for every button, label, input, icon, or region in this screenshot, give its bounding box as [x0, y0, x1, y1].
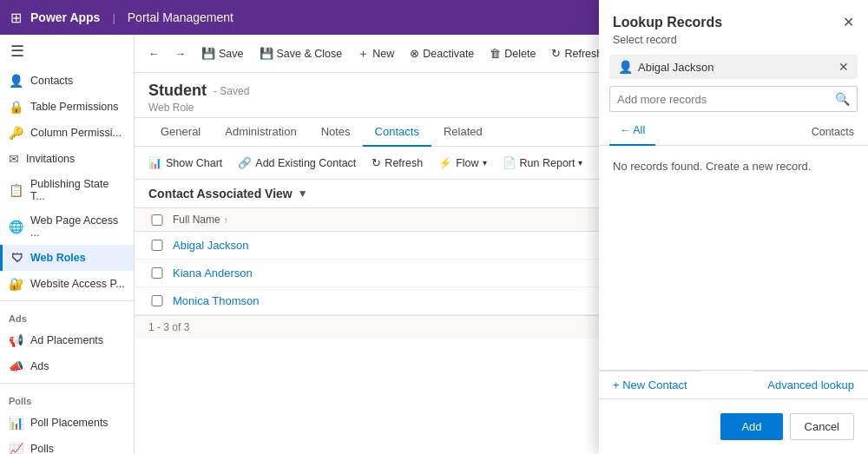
sidebar-label-contacts: Contacts: [30, 75, 73, 87]
web-page-access-icon: 🌐: [9, 220, 23, 234]
new-button[interactable]: ＋ New: [351, 41, 401, 67]
sidebar-item-web-roles[interactable]: 🛡 Web Roles: [0, 245, 134, 271]
sub-refresh-button[interactable]: ↻ Refresh: [365, 151, 430, 174]
form-saved-status: - Saved: [214, 85, 249, 97]
lookup-tabs: ← All Contacts: [599, 119, 868, 146]
sidebar-item-polls[interactable]: 📈 Polls: [0, 436, 134, 454]
ad-placements-icon: 📢: [9, 333, 23, 347]
tab-general[interactable]: General: [148, 118, 213, 147]
row-link-0[interactable]: Abigal Jackson: [173, 239, 248, 252]
lookup-footer: Add Cancel: [599, 398, 868, 454]
table-permissions-icon: 🔒: [9, 100, 23, 114]
polls-icon: 📈: [9, 442, 23, 454]
show-chart-button[interactable]: 📊 Show Chart: [141, 151, 229, 174]
tab-notes[interactable]: Notes: [309, 118, 363, 147]
sidebar-label-column-permissions: Column Permissi...: [30, 127, 122, 139]
lookup-advanced-button[interactable]: Advanced lookup: [753, 371, 868, 398]
sidebar-label-poll-placements: Poll Placements: [30, 417, 108, 429]
lookup-panel: Lookup Records ✕ Select record 👤 Abigal …: [599, 0, 868, 454]
lookup-search-input[interactable]: [610, 88, 828, 111]
view-chevron-icon[interactable]: ▼: [298, 188, 308, 200]
sidebar: ☰ 👤 Contacts 🔒 Table Permissions 🔑 Colum…: [0, 35, 135, 454]
column-permissions-icon: 🔑: [9, 126, 23, 140]
sidebar-toggle[interactable]: ☰: [0, 35, 134, 68]
lookup-tab-all[interactable]: ← All: [609, 119, 655, 146]
lookup-selected-record: 👤 Abigal Jackson ✕: [609, 55, 858, 79]
sidebar-item-ad-placements[interactable]: 📢 Ad Placements: [0, 327, 134, 353]
sidebar-item-column-permissions[interactable]: 🔑 Column Permissi...: [0, 120, 134, 146]
tab-administration[interactable]: Administration: [213, 118, 308, 147]
lookup-no-records-text: No records found. Create a new record.: [599, 146, 868, 370]
lookup-selected-name: Abigal Jackson: [638, 61, 833, 74]
sidebar-item-table-permissions[interactable]: 🔒 Table Permissions: [0, 94, 134, 120]
poll-placements-icon: 📊: [9, 416, 23, 430]
website-access-icon: 🔐: [9, 277, 23, 291]
lookup-title: Lookup Records: [613, 15, 722, 30]
sidebar-item-invitations[interactable]: ✉ Invitations: [0, 146, 134, 172]
save-button[interactable]: 💾 Save: [194, 42, 251, 65]
sidebar-label-ads: Ads: [30, 360, 49, 372]
add-existing-icon: 🔗: [238, 156, 252, 169]
add-existing-contact-button[interactable]: 🔗 Add Existing Contact: [231, 151, 363, 174]
form-title-text: Student: [148, 82, 207, 100]
sidebar-item-poll-placements[interactable]: 📊 Poll Placements: [0, 410, 134, 436]
lookup-selected-icon: 👤: [618, 60, 633, 74]
run-report-icon: 📄: [503, 156, 516, 169]
sort-icon[interactable]: ↑: [224, 215, 228, 225]
sidebar-item-ads[interactable]: 📣 Ads: [0, 353, 134, 379]
sidebar-divider-ads: [0, 300, 134, 301]
lookup-header: Lookup Records ✕: [599, 0, 868, 34]
refresh-icon: ↻: [551, 47, 561, 60]
new-icon: ＋: [358, 46, 369, 62]
lookup-select-label: Select record: [599, 34, 868, 55]
back-button[interactable]: ←: [141, 43, 167, 65]
flow-button[interactable]: ⚡ Flow ▾: [431, 151, 493, 174]
sidebar-label-table-permissions: Table Permissions: [30, 101, 118, 113]
flow-chevron-icon: ▾: [483, 158, 487, 168]
sidebar-label-web-roles: Web Roles: [30, 252, 86, 264]
sidebar-label-website-access: Website Access P...: [30, 278, 125, 290]
show-chart-icon: 📊: [148, 156, 162, 169]
flow-icon: ⚡: [438, 156, 452, 169]
col-header-fullname: Full Name ↑: [173, 214, 228, 226]
sidebar-section-ads: Ads: [0, 305, 134, 327]
forward-button[interactable]: →: [168, 43, 194, 65]
row-checkbox-1[interactable]: [148, 267, 166, 279]
lookup-tab-contacts[interactable]: Contacts: [655, 119, 858, 145]
sidebar-section-polls: Polls: [0, 387, 134, 410]
sidebar-label-polls: Polls: [30, 443, 54, 454]
lookup-add-button[interactable]: Add: [720, 413, 782, 440]
sidebar-item-publishing-state[interactable]: 📋 Publishing State T...: [0, 172, 134, 208]
run-report-button[interactable]: 📄 Run Report ▾: [496, 151, 590, 174]
lookup-close-button[interactable]: ✕: [843, 14, 854, 30]
sidebar-item-website-access[interactable]: 🔐 Website Access P...: [0, 271, 134, 297]
lookup-new-contact-button[interactable]: + New Contact: [599, 371, 701, 398]
lookup-cancel-button[interactable]: Cancel: [790, 413, 854, 440]
sidebar-item-contacts[interactable]: 👤 Contacts: [0, 68, 134, 94]
back-icon: ←: [148, 48, 160, 60]
row-link-2[interactable]: Monica Thomson: [173, 294, 259, 307]
tab-related[interactable]: Related: [431, 118, 495, 147]
lookup-search-bar: 🔍: [609, 86, 858, 112]
save-close-button[interactable]: 💾 Save & Close: [253, 42, 350, 65]
row-checkbox-0[interactable]: [148, 240, 166, 251]
delete-button[interactable]: 🗑 Delete: [483, 42, 542, 65]
lookup-actions-row: + New Contact Advanced lookup: [599, 370, 868, 398]
sub-refresh-icon: ↻: [372, 156, 381, 169]
web-roles-icon: 🛡: [11, 251, 23, 265]
row-link-1[interactable]: Kiana Anderson: [173, 266, 253, 280]
save-icon: 💾: [201, 47, 215, 60]
ads-icon: 📣: [9, 359, 23, 373]
run-report-chevron-icon: ▾: [578, 158, 582, 168]
lookup-search-button[interactable]: 🔍: [828, 87, 857, 111]
grid-icon[interactable]: ⊞: [10, 10, 22, 26]
select-all-checkbox[interactable]: [148, 214, 166, 226]
sidebar-label-publishing-state: Publishing State T...: [30, 178, 125, 202]
save-close-icon: 💾: [260, 47, 273, 60]
lookup-remove-button[interactable]: ✕: [838, 60, 849, 74]
deactivate-icon: ⊗: [410, 47, 419, 60]
deactivate-button[interactable]: ⊗ Deactivate: [403, 42, 481, 65]
tab-contacts[interactable]: Contacts: [363, 118, 431, 147]
row-checkbox-2[interactable]: [148, 295, 166, 306]
sidebar-item-web-page-access[interactable]: 🌐 Web Page Access ...: [0, 208, 134, 245]
